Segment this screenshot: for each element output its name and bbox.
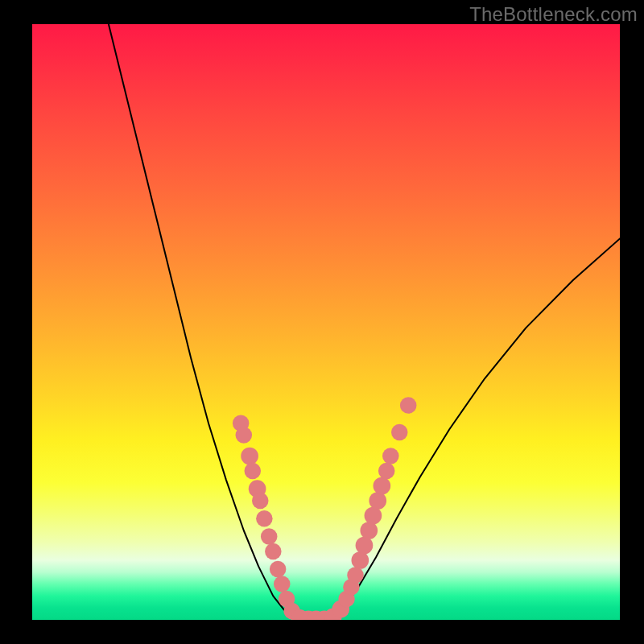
data-point [374,477,391,495]
data-point [352,551,369,569]
plot-area [32,24,620,620]
data-point [347,567,364,584]
data-point [256,510,273,527]
data-point [365,507,382,525]
data-point [369,492,386,510]
data-point [244,463,261,480]
data-point [261,528,278,545]
data-point [270,561,287,578]
data-point [356,537,374,555]
data-point [378,463,395,480]
data-point [265,543,282,560]
data-point [382,448,399,464]
data-point [391,424,408,441]
chart-stage: TheBottleneck.com [0,0,644,644]
data-point [360,522,378,539]
data-point [252,493,269,510]
chart-svg [32,24,620,620]
watermark-text: TheBottleneck.com [469,3,638,26]
scatter-group [233,397,417,620]
data-point [274,576,291,592]
data-point [400,397,417,414]
data-point [241,448,258,465]
data-point [236,427,253,444]
